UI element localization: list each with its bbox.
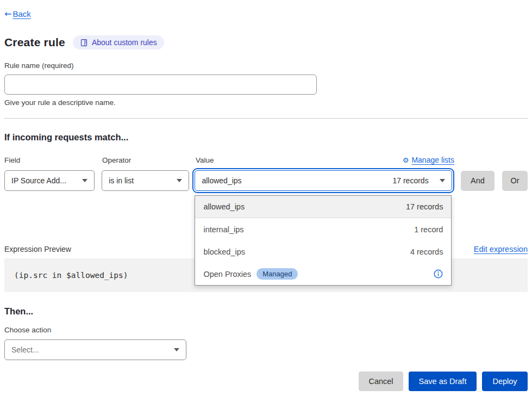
rule-name-help: Give your rule a descriptive name. <box>4 98 528 107</box>
book-icon <box>80 39 88 47</box>
then-section-heading: Then... <box>4 306 528 317</box>
value-select[interactable]: allowed_ips 17 records <box>195 170 452 191</box>
lists-dropdown: allowed_ips 17 records internal_ips 1 re… <box>195 195 452 286</box>
list-item-internal-ips[interactable]: internal_ips 1 record <box>195 218 451 240</box>
section-divider <box>4 118 528 119</box>
operator-select[interactable]: is in list <box>102 170 189 191</box>
list-item-records: 1 record <box>414 225 443 234</box>
list-item-allowed-ips[interactable]: allowed_ips 17 records <box>195 196 451 218</box>
list-item-records: 4 records <box>410 248 443 256</box>
expression-preview-label: Expression Preview <box>4 245 71 253</box>
list-item-name: internal_ips <box>203 225 243 234</box>
save-as-draft-button[interactable]: Save as Draft <box>409 372 477 391</box>
action-select-placeholder: Select... <box>11 345 39 354</box>
list-item-records: 17 records <box>406 202 443 211</box>
chevron-down-icon <box>177 179 182 182</box>
and-button[interactable]: And <box>461 171 495 191</box>
choose-action-label: Choose action <box>4 326 528 334</box>
back-link-label: Back <box>12 9 30 18</box>
about-custom-rules-link[interactable]: About custom rules <box>73 35 164 50</box>
rule-name-label: Rule name (required) <box>4 61 528 70</box>
chevron-down-icon <box>440 179 445 182</box>
or-button[interactable]: Or <box>502 171 528 191</box>
back-row: ←Back <box>4 9 528 19</box>
operator-label: Operator <box>102 156 196 164</box>
back-arrow-icon: ← <box>4 9 11 19</box>
deploy-button[interactable]: Deploy <box>482 372 528 391</box>
chevron-down-icon <box>82 179 87 182</box>
info-icon[interactable] <box>434 269 443 279</box>
create-rule-page: ←Back Create rule About custom rules Rul… <box>0 0 532 391</box>
field-label: Field <box>4 156 102 164</box>
condition-labels-row: Field Operator Value ⚙ Manage lists <box>4 156 528 164</box>
edit-expression-link[interactable]: Edit expression <box>474 245 528 253</box>
operator-select-value: is in list <box>109 176 134 185</box>
field-select[interactable]: IP Source Add... <box>4 170 95 191</box>
list-item-open-proxies[interactable]: Open Proxies Managed <box>195 263 451 285</box>
page-title: Create rule <box>4 36 65 49</box>
expression-code: (ip.src in $allowed_ips) <box>14 271 128 280</box>
action-select[interactable]: Select... <box>4 339 186 360</box>
match-section-heading: If incoming requests match... <box>4 132 528 143</box>
value-label: Value <box>196 156 214 164</box>
footer-actions: Cancel Save as Draft Deploy <box>4 372 528 391</box>
gear-icon: ⚙ <box>403 156 409 164</box>
field-select-value: IP Source Add... <box>11 176 66 185</box>
managed-badge: Managed <box>256 268 298 280</box>
manage-lists-link[interactable]: ⚙ Manage lists <box>403 156 454 164</box>
title-row: Create rule About custom rules <box>4 35 528 50</box>
about-custom-rules-label: About custom rules <box>92 38 157 47</box>
chevron-down-icon <box>174 348 179 351</box>
rule-name-group: Rule name (required) Give your rule a de… <box>4 61 528 107</box>
manage-lists-label: Manage lists <box>411 156 454 164</box>
list-item-name: allowed_ips <box>203 202 245 211</box>
value-select-records: 17 records <box>392 176 428 185</box>
rule-name-input[interactable] <box>4 75 317 95</box>
list-item-name: blocked_ips <box>203 248 245 256</box>
value-select-value: allowed_ips <box>202 176 241 185</box>
list-item-blocked-ips[interactable]: blocked_ips 4 records <box>195 240 451 263</box>
cancel-button[interactable]: Cancel <box>359 372 403 391</box>
condition-controls-row: IP Source Add... is in list allowed_ips … <box>4 170 528 191</box>
value-select-wrap: allowed_ips 17 records allowed_ips 17 re… <box>195 170 452 191</box>
list-item-name: Open Proxies <box>203 270 251 279</box>
back-link[interactable]: ←Back <box>4 9 31 19</box>
